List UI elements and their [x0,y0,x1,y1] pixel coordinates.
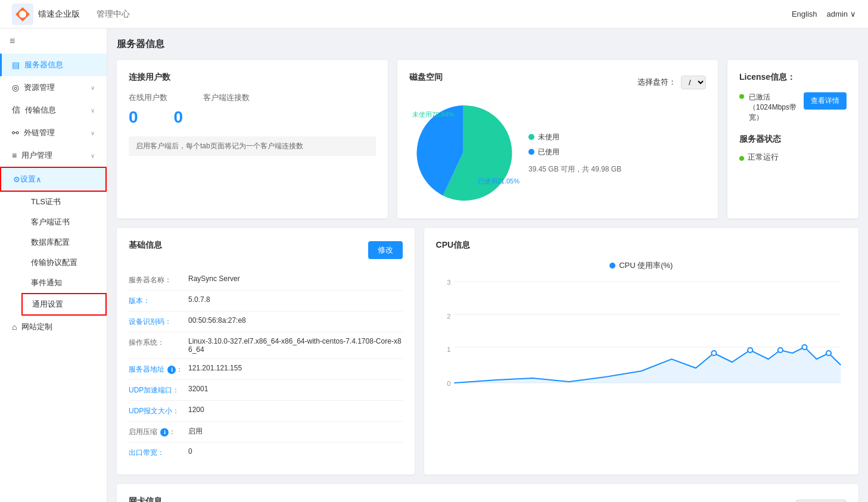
info-row-os: 操作系统： Linux-3.10.0-327.el7.x86_64-x86_64… [129,332,403,359]
server-status-section: 服务器状态 正常运行 [739,134,847,163]
sidebar-item-event-notify[interactable]: 事件通知 [21,273,107,293]
sidebar-item-resource-mgmt[interactable]: ◎ 资源管理 ∨ [0,76,107,99]
server-status-text: 正常运行 [748,152,779,163]
home-icon: ⌂ [12,322,17,332]
modify-button[interactable]: 修改 [368,241,403,259]
sidebar-label-user: 用户管理 [21,150,52,161]
svg-point-14 [802,345,807,350]
sidebar-item-settings[interactable]: ⚙ 设置 ∧ [0,167,107,192]
link-icon: ⚯ [12,128,19,138]
sidebar-item-user-mgmt[interactable]: ≡ 用户管理 ∨ [0,144,107,167]
header: 镭速企业版 管理中心 English admin ∨ [0,0,868,29]
license-detail-button[interactable]: 查看详情 [804,92,847,110]
cpu-legend: CPU 使用率(%) [436,260,847,271]
license-active-dot [739,94,744,99]
sidebar-item-website-custom[interactable]: ⌂ 网站定制 [0,316,107,338]
cpu-legend-dot [609,263,615,269]
disk-select-group: 选择盘符： / [637,76,706,89]
disk-select-label: 选择盘符： [637,77,676,88]
pie-chart-container: 未使用78.94% 已使用21.05% [409,99,517,207]
sidebar-item-general-settings[interactable]: 通用设置 [21,293,107,316]
sidebar-label-settings: 设置 [20,174,36,185]
cpu-card: CPU信息 CPU 使用率(%) 3 2 1 0 [424,228,858,475]
page-title: 服务器信息 [117,38,858,51]
sidebar-item-client-cert[interactable]: 客户端证书 [21,212,107,232]
sidebar-label-server-info: 服务器信息 [24,60,63,70]
server-status-title: 服务器状态 [739,134,847,145]
network-card-title: 网卡信息 [129,496,162,502]
user-icon: ≡ [12,151,17,160]
version-value: 5.0.7.8 [188,295,210,304]
sidebar-item-tls[interactable]: TLS证书 [21,192,107,212]
compression-value: 启用 [188,426,203,436]
unused-label: 未使用 [538,132,559,142]
server-name-label: 服务器名称： [129,275,188,285]
svg-point-15 [826,351,831,356]
network-select-group: 选择网卡： docker0 [752,500,847,503]
sidebar-label-resource: 资源管理 [24,82,55,93]
cpu-chart-svg: 3 2 1 0 [436,276,847,395]
client-conn-value: 0 [174,108,183,127]
client-cert-label: 客户端证书 [31,217,70,226]
chevron-down-icon: ∨ [91,152,95,159]
svg-text:3: 3 [447,279,450,286]
cpu-card-title: CPU信息 [436,240,847,251]
svg-text:0: 0 [447,380,450,387]
license-card: License信息： 已激活（1024Mbps带宽） 查看详情 服务器状态 正常… [727,60,858,219]
svg-point-13 [777,348,782,353]
udp-packet-value: 1200 [188,406,204,414]
chevron-down-icon: ∨ [91,130,95,136]
main-layout: ≡ ▤ 服务器信息 ◎ 资源管理 ∨ 信 传输信息 ∨ ⚯ 外链管理 ∨ ≡ 用… [0,29,868,502]
bandwidth-value: 0 [188,447,192,456]
sidebar-item-db-config[interactable]: 数据库配置 [21,232,107,252]
top-cards-row: 连接用户数 在线用户数 客户端连接数 0 0 启用客户端后，每个tab页面将记为… [117,60,858,219]
disk-select[interactable]: / [681,76,706,89]
server-address-info-icon[interactable]: ℹ [167,366,176,374]
os-label: 操作系统： [129,337,188,348]
language-button[interactable]: English [792,10,817,18]
sidebar-item-transfer-info[interactable]: 信 传输信息 ∨ [0,99,107,121]
network-select[interactable]: docker0 [796,500,847,503]
sidebar-item-external-link[interactable]: ⚯ 外链管理 ∨ [0,121,107,144]
info-row-compression: 启用压缩 ℹ： 启用 [129,422,403,442]
network-card: 网卡信息 选择网卡： docker0 入网Mbps [117,484,858,502]
settings-icon: ⚙ [13,175,20,184]
compression-label: 启用压缩 ℹ： [129,426,188,437]
udp-port-value: 32001 [188,385,208,393]
sidebar-label-external: 外链管理 [24,127,55,138]
svg-text:2: 2 [447,313,450,320]
version-label: 版本： [129,295,188,306]
disk-header: 磁盘空间 选择盘符： / [409,72,706,92]
sidebar-item-server-info[interactable]: ▤ 服务器信息 [0,54,107,76]
disk-info-text: 39.45 GB 可用，共 49.98 GB [528,164,621,174]
udp-packet-label: UDP报文大小： [129,406,188,416]
legend-unused: 未使用 [528,132,621,142]
content-area: 服务器信息 连接用户数 在线用户数 客户端连接数 0 0 启用客户端后，每个ta… [107,29,868,502]
server-info-icon: ▤ [12,60,20,70]
logo-text: 镭速企业版 [38,9,80,20]
chevron-up-icon: ∧ [36,175,42,184]
server-status-row: 正常运行 [739,152,847,163]
basic-info-title: 基础信息 [129,240,162,251]
db-config-label: 数据库配置 [31,238,70,247]
resource-icon: ◎ [12,83,19,92]
disk-legend-area: 未使用 已使用 39.45 GB 可用，共 49.98 GB [528,132,621,174]
info-row-server-address: 服务器地址 ℹ： 121.201.121.155 [129,359,403,380]
compression-info-icon[interactable]: ℹ [160,428,169,436]
legend-used: 已使用 [528,147,621,157]
sidebar-item-transfer-protocol[interactable]: 传输协议配置 [21,252,107,273]
svg-point-1 [19,11,26,18]
transfer-protocol-label: 传输协议配置 [31,258,77,267]
used-dot [528,149,534,155]
info-table: 服务器名称： RaySync Server 版本： 5.0.7.8 设备识别码：… [129,270,403,463]
server-address-value: 121.201.121.155 [188,364,242,372]
disk-chart-area: 未使用78.94% 已使用21.05% 未使用 已使用 [409,99,706,207]
chevron-down-icon: ∨ [91,85,95,91]
disk-card: 磁盘空间 选择盘符： / [397,60,718,219]
license-title: License信息： [739,72,847,83]
general-settings-label: 通用设置 [32,300,63,308]
cpu-chart: 3 2 1 0 [436,276,847,395]
basic-info-header: 基础信息 修改 [129,240,403,260]
admin-menu[interactable]: admin ∨ [827,10,856,18]
sidebar-toggle[interactable]: ≡ [0,29,107,54]
